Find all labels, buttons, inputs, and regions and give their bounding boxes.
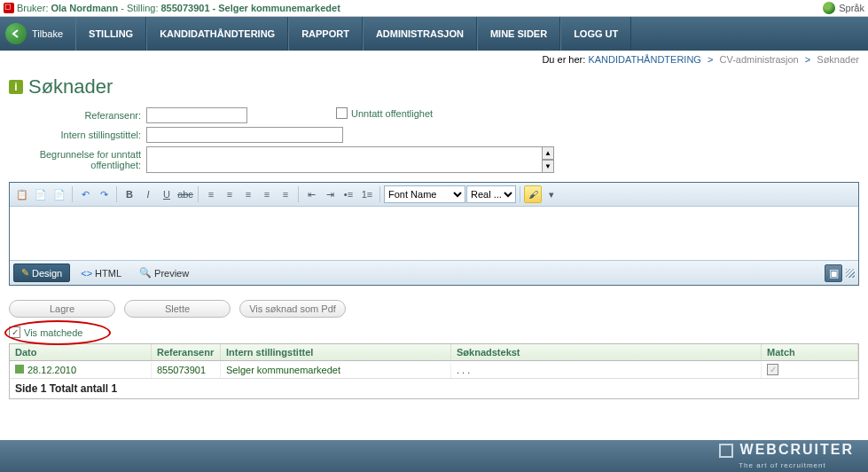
col-ref[interactable]: Referansenr (152, 344, 221, 360)
ref-input[interactable] (146, 107, 247, 123)
page-title: Søknader (28, 75, 113, 98)
cell-sok: . . . (451, 362, 762, 378)
match-checkbox (767, 364, 778, 375)
info-icon: i (9, 80, 23, 94)
cell-intern: Selger kommunemarkedet (221, 362, 451, 378)
editor-canvas[interactable] (10, 207, 858, 260)
brand-name: WEBCRUITER (740, 442, 854, 457)
top-bar: Bruker: Ola Nordmann - Stilling: 8550739… (0, 0, 868, 17)
cell-ref: 855073901 (152, 362, 221, 378)
col-intern[interactable]: Intern stillingstittel (221, 344, 451, 360)
rich-editor: 📋 📄 📄 ↶ ↷ B I U abc ≡ ≡ ≡ ≡ ≡ ⇤ ⇥ •≡ 1≡ … (9, 182, 859, 286)
nav-stilling[interactable]: STILLING (75, 17, 146, 51)
scroll-up-icon[interactable]: ▲ (542, 146, 554, 160)
bc-item-2: Søknader (817, 54, 859, 65)
code-icon: <> (81, 268, 92, 279)
editor-footer: ✎ Design <> HTML 🔍 Preview ▣ (10, 260, 858, 285)
editor-toolbar: 📋 📄 📄 ↶ ↷ B I U abc ≡ ≡ ≡ ≡ ≡ ⇤ ⇥ •≡ 1≡ … (10, 183, 858, 207)
nav-mine-sider[interactable]: MINE SIDER (477, 17, 560, 51)
clear-format-icon[interactable]: 🖌 (524, 185, 542, 203)
pencil-icon: ✎ (21, 267, 29, 279)
label-intern: Intern stillingstittel: (9, 127, 146, 140)
nav-rapport[interactable]: RAPPORT (288, 17, 363, 51)
col-sok[interactable]: Søknadstekst (451, 344, 762, 360)
action-row: Lagre Slette Vis søknad som Pdf (9, 300, 859, 318)
results-grid: Dato Referansenr Intern stillingstittel … (9, 343, 859, 399)
align-none-icon[interactable]: ≡ (277, 185, 294, 203)
outdent-icon[interactable]: ⇤ (302, 185, 320, 203)
bc-item-1[interactable]: CV-administrasjon (719, 54, 798, 65)
paste-word-icon[interactable]: 📄 (51, 185, 68, 203)
label-unntatt: Unntatt offentlighet (351, 108, 433, 119)
align-right-icon[interactable]: ≡ (239, 185, 257, 203)
indent-icon[interactable]: ⇥ (321, 185, 339, 203)
undo-icon[interactable]: ↶ (76, 185, 94, 203)
main-nav: Tilbake STILLING KANDIDATHÅNDTERING RAPP… (0, 17, 868, 51)
brand-logo: WEBCRUITER The art of recruitment (719, 442, 854, 471)
vis-matchede-row[interactable]: Vis matchede (9, 326, 859, 338)
app-icon (4, 3, 14, 13)
font-size-select[interactable]: Real ... (466, 185, 516, 203)
grid-footer: Side 1 Totalt antall 1 (10, 379, 858, 398)
chevron-right-icon: > (805, 54, 810, 65)
italic-icon[interactable]: I (139, 185, 157, 203)
tab-html[interactable]: <> HTML (74, 265, 129, 281)
page-title-row: i Søknader (9, 75, 859, 98)
row-arrow-icon (15, 365, 24, 374)
unntatt-checkbox[interactable] (336, 107, 348, 119)
stilling-prefix: - Stilling: (121, 3, 158, 13)
tab-preview[interactable]: 🔍 Preview (132, 264, 196, 281)
begrunn-textarea[interactable] (146, 146, 554, 173)
unntatt-group[interactable]: Unntatt offentlighet (336, 107, 433, 119)
back-button[interactable] (5, 23, 27, 44)
chevron-right-icon: > (708, 54, 713, 65)
language-switch[interactable]: Språk (823, 2, 864, 14)
vis-pdf-button[interactable]: Vis søknad som Pdf (239, 300, 346, 318)
brand-footer: WEBCRUITER The art of recruitment (0, 440, 868, 472)
align-center-icon[interactable]: ≡ (221, 185, 239, 203)
nav-logg-ut[interactable]: LOGG UT (560, 17, 631, 51)
content-area: i Søknader Referansenr: Unntatt offentli… (0, 68, 868, 406)
user-info: Bruker: Ola Nordmann - Stilling: 8550739… (4, 3, 340, 13)
strike-icon[interactable]: abc (176, 185, 194, 203)
copy-icon[interactable]: 📋 (13, 185, 31, 203)
tab-design[interactable]: ✎ Design (13, 264, 70, 282)
nav-admin[interactable]: ADMINISTRASJON (363, 17, 477, 51)
bc-item-0[interactable]: KANDIDATHÅNDTERING (588, 54, 701, 65)
expand-icon[interactable]: ▣ (825, 264, 842, 282)
vis-matchede-checkbox[interactable] (9, 326, 20, 338)
redo-icon[interactable]: ↷ (95, 185, 113, 203)
lagre-button[interactable]: Lagre (9, 300, 115, 318)
col-match[interactable]: Match (762, 344, 858, 360)
cell-dato: 28.12.2010 (27, 365, 76, 375)
align-justify-icon[interactable]: ≡ (258, 185, 276, 203)
lang-label: Språk (839, 3, 864, 13)
user-name: Ola Nordmann (51, 3, 118, 13)
user-prefix: Bruker: (17, 3, 48, 13)
nav-kandidat[interactable]: KANDIDATHÅNDTERING (146, 17, 288, 51)
list-ul-icon[interactable]: •≡ (340, 185, 357, 203)
intern-input[interactable] (146, 127, 343, 143)
label-ref: Referansenr: (9, 107, 146, 121)
breadcrumb: Du er her: KANDIDATHÅNDTERING > CV-admin… (0, 51, 868, 68)
table-row[interactable]: 28.12.2010 855073901 Selger kommunemarke… (10, 361, 858, 379)
vis-matchede-label: Vis matchede (24, 327, 82, 338)
font-name-select[interactable]: Font Name (384, 185, 465, 203)
paste-icon[interactable]: 📄 (32, 185, 50, 203)
align-left-icon[interactable]: ≡ (202, 185, 220, 203)
logo-icon (719, 444, 733, 458)
bold-icon[interactable]: B (121, 185, 138, 203)
col-dato[interactable]: Dato (10, 344, 152, 360)
grid-footer-text: Side 1 Totalt antall 1 (15, 382, 117, 395)
scroll-down-icon[interactable]: ▼ (542, 160, 554, 173)
stilling-title: - Selger kommunemarkedet (213, 3, 340, 13)
resize-handle-icon[interactable] (846, 269, 855, 278)
magnifier-icon: 🔍 (139, 267, 152, 279)
slette-button[interactable]: Slette (124, 300, 231, 318)
list-ol-icon[interactable]: 1≡ (358, 185, 376, 203)
back-label: Tilbake (32, 28, 63, 39)
dropdown-more-icon[interactable]: ▾ (543, 185, 560, 203)
underline-icon[interactable]: U (158, 185, 176, 203)
globe-icon (823, 2, 835, 14)
brand-tag: The art of recruitment (739, 461, 825, 469)
